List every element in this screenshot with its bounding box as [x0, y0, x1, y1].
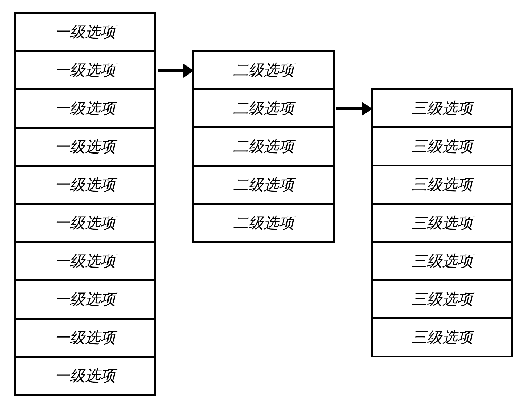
- level2-menu: 二级选项 二级选项 二级选项 二级选项 二级选项: [192, 50, 335, 243]
- level1-item[interactable]: 一级选项: [16, 320, 154, 358]
- arrow-line: [336, 107, 364, 110]
- level3-item[interactable]: 三级选项: [373, 281, 511, 319]
- level1-item[interactable]: 一级选项: [16, 129, 154, 167]
- level1-item[interactable]: 一级选项: [16, 14, 154, 52]
- level3-item[interactable]: 三级选项: [373, 128, 511, 166]
- level3-item[interactable]: 三级选项: [373, 166, 511, 204]
- level1-item[interactable]: 一级选项: [16, 52, 154, 90]
- level1-item[interactable]: 一级选项: [16, 358, 154, 394]
- diagram-canvas: 一级选项 一级选项 一级选项 一级选项 一级选项 一级选项 一级选项 一级选项 …: [0, 0, 525, 420]
- level3-item[interactable]: 三级选项: [373, 205, 511, 243]
- level3-item[interactable]: 三级选项: [373, 319, 511, 356]
- level2-item[interactable]: 二级选项: [194, 128, 333, 166]
- level1-item[interactable]: 一级选项: [16, 90, 154, 128]
- level1-item[interactable]: 一级选项: [16, 281, 154, 319]
- level1-item[interactable]: 一级选项: [16, 243, 154, 281]
- level2-item[interactable]: 二级选项: [194, 167, 333, 205]
- level1-menu: 一级选项 一级选项 一级选项 一级选项 一级选项 一级选项 一级选项 一级选项 …: [14, 12, 156, 396]
- level1-item[interactable]: 一级选项: [16, 167, 154, 205]
- level2-item[interactable]: 二级选项: [194, 205, 333, 241]
- arrow-level1-to-level2: [158, 69, 192, 72]
- arrow-level2-to-level3: [336, 107, 371, 110]
- level3-menu: 三级选项 三级选项 三级选项 三级选项 三级选项 三级选项 三级选项: [371, 88, 513, 357]
- level3-item[interactable]: 三级选项: [373, 243, 511, 281]
- arrow-line: [158, 69, 186, 72]
- level3-item[interactable]: 三级选项: [373, 90, 511, 128]
- level2-item[interactable]: 二级选项: [194, 90, 333, 128]
- level1-item[interactable]: 一级选项: [16, 205, 154, 243]
- level2-item[interactable]: 二级选项: [194, 52, 333, 90]
